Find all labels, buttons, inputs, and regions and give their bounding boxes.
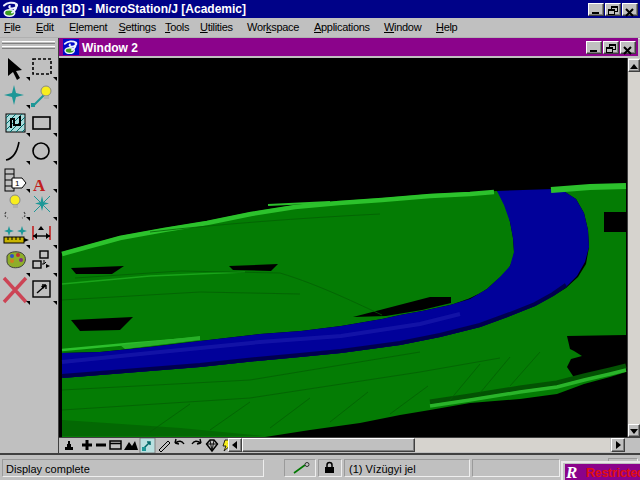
svg-text:R: R <box>566 464 577 480</box>
svg-text:1: 1 <box>15 179 20 188</box>
svg-text:Restricted: Restricted <box>586 466 640 480</box>
svg-text:A: A <box>33 176 46 195</box>
